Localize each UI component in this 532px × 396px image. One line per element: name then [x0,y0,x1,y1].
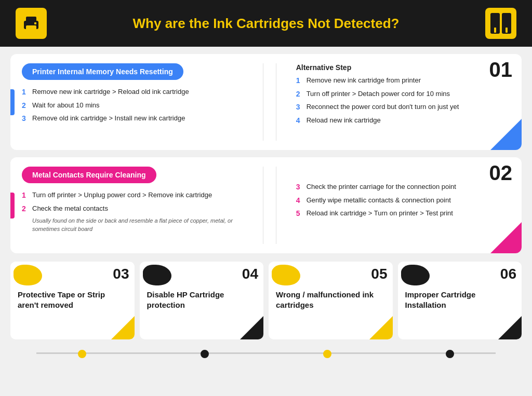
bottom-card-05: 05 Wrong / malfunctioned ink cartridges [269,262,393,339]
section-01-alt-steps: 1 Remove new ink cartridge from printer … [296,76,510,126]
list-item: 1 Remove new ink cartridge from printer [296,76,510,86]
section-number: 01 [489,59,513,80]
timeline-dot-3 [323,350,331,358]
timeline-line [36,352,496,354]
list-item: 2 Check the metal contacts [22,204,258,214]
section-01-right: Alternative Step 1 Remove new ink cartri… [289,63,510,141]
main-content: Printer Internal Memory Needs Resetting … [0,47,532,365]
bottom-num: 04 [242,266,258,282]
list-item: 3 Check the printer carriage for the con… [296,182,510,193]
bottom-num: 06 [500,266,516,282]
blob-accent [143,265,171,285]
cartridge-icon [485,8,516,39]
divider [276,63,276,141]
cartridge-left [490,13,500,34]
section-02-card: Metal Contacts Require Cleaning 1 Turn o… [10,157,522,253]
list-item: 5 Reload ink cartridge > Turn on printer… [296,209,510,219]
bottom-card-title: Improper Cartridge Installation [405,290,515,310]
timeline-dot-2 [201,350,209,358]
title-highlight: Not Detected? [308,16,399,31]
timeline [10,347,522,358]
section-02-steps-right: 3 Check the printer carriage for the con… [296,182,510,219]
bottom-card-04: 04 Disable HP Cartridge protection [140,262,264,339]
list-item: 4 Reload new ink cartridge [296,116,510,126]
corner-accent [369,316,393,339]
left-accent-pink [10,193,15,219]
section-number: 02 [489,162,513,183]
list-item: 2 Wait for about 10 mins [22,101,258,111]
corner-accent [240,316,263,339]
left-accent-blue [10,89,15,115]
corner-accent [490,222,522,253]
bottom-num: 03 [113,266,129,282]
section-02-right: 3 Check the printer carriage for the con… [289,167,510,244]
blob-accent [272,265,300,285]
corner-accent [111,316,135,339]
timeline-dot-4 [446,350,454,358]
list-item: 4 Gently wipe metallic contacts & connec… [296,196,510,206]
section-01-card: Printer Internal Memory Needs Resetting … [10,54,522,150]
list-item: 3 Reconnect the power cord but don't tur… [296,102,510,113]
sub-note: Usually found on the side or back and re… [32,217,258,233]
bottom-card-title: Protective Tape or Strip aren't removed [18,290,127,310]
list-item: 2 Turn off printer > Detach power cord f… [296,89,510,100]
bottom-row: 03 Protective Tape or Strip aren't remov… [10,262,522,339]
svg-rect-2 [26,25,36,31]
divider [276,167,276,244]
list-item: 1 Remove new ink cartridge > Reload old … [22,87,258,98]
section-02-left: Metal Contacts Require Cleaning 1 Turn o… [22,167,263,244]
bottom-card-title: Disable HP Cartridge protection [147,290,257,310]
header: Why are the Ink Cartridges Not Detected? [0,0,532,47]
title-text: Why are the Ink Cartridges [133,16,308,31]
bottom-num: 05 [371,266,387,282]
alt-step-title: Alternative Step [296,63,510,72]
corner-accent [498,316,522,339]
timeline-dot-1 [78,350,86,358]
section-01-left: Printer Internal Memory Needs Resetting … [22,63,263,141]
list-item: 1 Turn off printer > Unplug power cord >… [22,190,258,201]
section-01-steps: 1 Remove new ink cartridge > Reload old … [22,87,258,124]
printer-icon [16,8,47,39]
page-title: Why are the Ink Cartridges Not Detected? [47,16,485,32]
section-01-pill: Printer Internal Memory Needs Resetting [22,63,183,80]
list-item: 3 Remove old ink cartridge > Install new… [22,114,258,124]
cartridge-right [502,13,511,34]
svg-rect-1 [26,17,36,22]
bottom-card-title: Wrong / malfunctioned ink cartridges [276,290,385,310]
corner-accent [490,119,522,150]
section-02-pill: Metal Contacts Require Cleaning [22,167,156,183]
blob-accent [14,265,42,285]
section-02-steps-left: 1 Turn off printer > Unplug power cord >… [22,190,258,214]
bottom-card-03: 03 Protective Tape or Strip aren't remov… [10,262,135,339]
bottom-card-06: 06 Improper Cartridge Installation [398,262,522,339]
svg-rect-3 [34,22,36,24]
blob-accent [401,265,430,285]
